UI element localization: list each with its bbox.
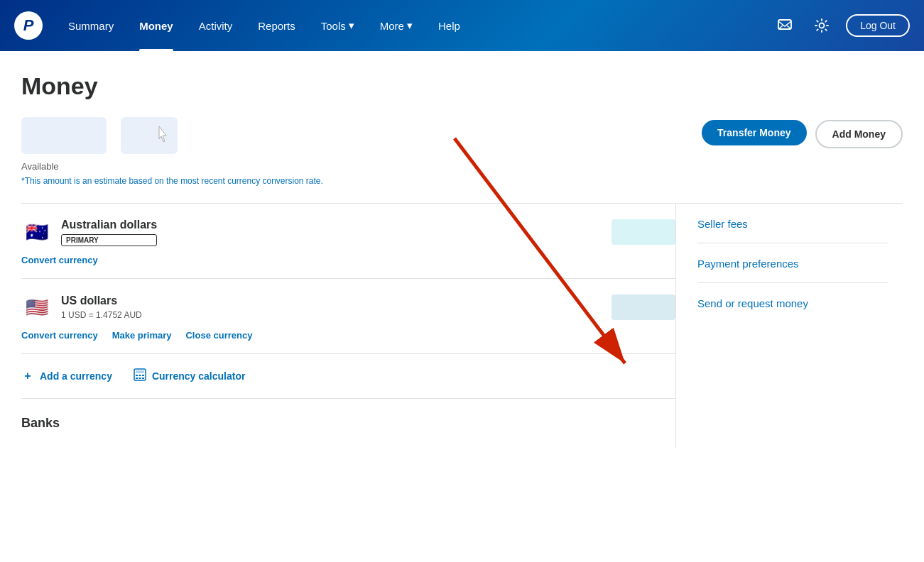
calculator-icon bbox=[134, 368, 146, 384]
payment-preferences-link[interactable]: Payment preferences bbox=[697, 258, 888, 283]
usd-make-primary-link[interactable]: Make primary bbox=[112, 330, 172, 341]
nav-links: Summary Money Activity Reports Tools ▾ M… bbox=[55, 0, 772, 51]
balance-amount-placeholder bbox=[21, 117, 107, 154]
svg-rect-9 bbox=[142, 378, 144, 379]
currency-info-usd: 🇺🇸 US dollars 1 USD = 1.4752 AUD bbox=[21, 292, 142, 323]
nav-summary[interactable]: Summary bbox=[55, 0, 126, 51]
chevron-down-icon: ▾ bbox=[407, 19, 413, 32]
message-icon-button[interactable] bbox=[772, 13, 798, 38]
balance-left: Available *This amount is an estimate ba… bbox=[21, 117, 323, 186]
nav-activity[interactable]: Activity bbox=[186, 0, 246, 51]
send-request-money-link[interactable]: Send or request money bbox=[697, 297, 888, 322]
add-currency-label: Add a currency bbox=[40, 370, 112, 382]
nav-tools[interactable]: Tools ▾ bbox=[308, 0, 367, 51]
usd-rate: 1 USD = 1.4752 AUD bbox=[61, 310, 142, 320]
balance-actions: Transfer Money Add Money bbox=[702, 117, 903, 148]
aud-amount-placeholder bbox=[612, 219, 675, 245]
usd-flag: 🇺🇸 bbox=[21, 292, 53, 323]
main-content: Money Available *This amount is an estim… bbox=[0, 51, 924, 469]
balance-boxes bbox=[21, 117, 323, 154]
svg-rect-5 bbox=[138, 375, 141, 376]
svg-rect-6 bbox=[142, 375, 144, 376]
currency-row-aud: 🇦🇺 Australian dollars PRIMARY Convert cu… bbox=[21, 204, 675, 279]
svg-point-1 bbox=[820, 23, 825, 28]
svg-rect-4 bbox=[136, 375, 138, 376]
svg-rect-7 bbox=[136, 378, 138, 379]
currency-header-usd: 🇺🇸 US dollars 1 USD = 1.4752 AUD bbox=[21, 292, 675, 323]
settings-icon-button[interactable] bbox=[809, 13, 835, 38]
currency-info-aud: 🇦🇺 Australian dollars PRIMARY bbox=[21, 216, 157, 248]
transfer-money-button[interactable]: Transfer Money bbox=[702, 120, 806, 145]
usd-amount-placeholder bbox=[612, 294, 675, 320]
usd-actions: Convert currency Make primary Close curr… bbox=[21, 330, 675, 341]
primary-badge: PRIMARY bbox=[61, 234, 157, 246]
currency-header-aud: 🇦🇺 Australian dollars PRIMARY bbox=[21, 216, 675, 248]
paypal-logo[interactable]: P bbox=[14, 11, 43, 40]
page-title: Money bbox=[21, 72, 903, 100]
chevron-down-icon: ▾ bbox=[349, 19, 354, 32]
svg-rect-8 bbox=[138, 378, 141, 379]
aud-actions: Convert currency bbox=[21, 255, 675, 265]
aud-name-wrap: Australian dollars PRIMARY bbox=[61, 219, 157, 246]
navbar: P Summary Money Activity Reports Tools ▾ bbox=[0, 0, 924, 51]
aud-convert-link[interactable]: Convert currency bbox=[21, 255, 98, 265]
usd-close-link[interactable]: Close currency bbox=[185, 330, 252, 341]
aud-name: Australian dollars bbox=[61, 219, 157, 231]
nav-right: Log Out bbox=[772, 13, 910, 38]
available-label: Available bbox=[21, 161, 323, 172]
currencies-left: 🇦🇺 Australian dollars PRIMARY Convert cu… bbox=[21, 204, 675, 448]
banks-title: Banks bbox=[21, 416, 675, 431]
logo-text: P bbox=[23, 16, 34, 35]
add-currency-button[interactable]: + Add a currency bbox=[21, 370, 112, 382]
banks-section: Banks bbox=[21, 399, 675, 448]
svg-rect-3 bbox=[136, 370, 144, 373]
usd-name-wrap: US dollars 1 USD = 1.4752 AUD bbox=[61, 294, 142, 320]
estimate-note: *This amount is an estimate based on the… bbox=[21, 176, 323, 186]
currency-calculator-button[interactable]: Currency calculator bbox=[134, 368, 246, 384]
seller-fees-link[interactable]: Seller fees bbox=[697, 218, 888, 243]
nav-money[interactable]: Money bbox=[126, 0, 186, 51]
balance-secondary-placeholder bbox=[121, 117, 178, 154]
nav-reports[interactable]: Reports bbox=[245, 0, 308, 51]
plus-icon: + bbox=[21, 370, 34, 382]
currencies-wrapper: 🇦🇺 Australian dollars PRIMARY Convert cu… bbox=[21, 204, 903, 448]
usd-convert-link[interactable]: Convert currency bbox=[21, 330, 98, 341]
add-money-button[interactable]: Add Money bbox=[815, 120, 903, 148]
currency-calculator-label: Currency calculator bbox=[152, 370, 246, 382]
nav-more[interactable]: More ▾ bbox=[367, 0, 425, 51]
aud-flag: 🇦🇺 bbox=[21, 216, 53, 248]
logout-button[interactable]: Log Out bbox=[846, 14, 910, 37]
balance-section: Available *This amount is an estimate ba… bbox=[21, 117, 903, 204]
nav-help[interactable]: Help bbox=[425, 0, 473, 51]
add-currency-section: + Add a currency bbox=[21, 354, 675, 399]
usd-name: US dollars bbox=[61, 294, 142, 307]
right-panel: Seller fees Payment preferences Send or … bbox=[675, 204, 903, 448]
currency-row-usd: 🇺🇸 US dollars 1 USD = 1.4752 AUD Convert… bbox=[21, 279, 675, 354]
